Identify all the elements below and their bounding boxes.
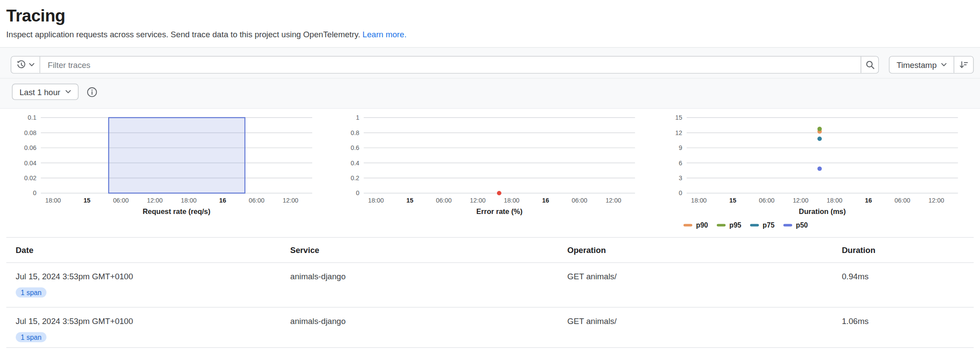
chart-title: Duration (ms)	[799, 207, 846, 215]
x-axis-tick-label: 06:00	[571, 197, 587, 204]
charts-row: 00.020.040.060.080.118:001506:0012:0018:…	[0, 113, 980, 237]
y-axis-tick-label: 3	[679, 174, 682, 182]
x-axis-tick-label: 16	[219, 197, 226, 204]
time-range-row: Last 1 hour	[0, 78, 980, 108]
x-axis-tick-label: 06:00	[113, 197, 129, 204]
charts-top-hairline	[0, 108, 980, 109]
x-axis-tick-label: 06:00	[436, 197, 452, 204]
page-subtitle: Inspect application requests across serv…	[6, 29, 980, 39]
trace-operation: GET animals/	[558, 263, 832, 307]
x-axis-tick-label: 06:00	[895, 197, 910, 204]
trace-service: animals-django	[281, 263, 558, 307]
trace-service: animals-django	[281, 308, 558, 347]
y-axis-tick-label: 1	[356, 114, 360, 121]
y-axis-tick-label: 15	[675, 114, 682, 121]
error-rate-chart-canvas[interactable]: 00.20.40.60.8118:001506:0012:0018:001606…	[340, 113, 635, 220]
data-point-p95	[818, 127, 822, 131]
legend-item-p50[interactable]: p50	[783, 221, 808, 229]
legend-swatch-p75	[750, 224, 759, 227]
page-header: Tracing Inspect application requests acr…	[0, 0, 980, 47]
y-axis-tick-label: 0.1	[28, 114, 36, 121]
trace-date: Jul 15, 2024 3:53pm GMT+0100	[16, 317, 133, 326]
data-point-p75	[818, 136, 822, 141]
x-axis-tick-label: 15	[729, 197, 736, 204]
y-axis-tick-label: 0	[679, 189, 682, 196]
x-axis-tick-label: 06:00	[249, 197, 264, 204]
chart-request-rate: 00.020.040.060.080.118:001506:0012:0018:…	[17, 113, 312, 237]
legend-label: p90	[696, 221, 708, 229]
chart-error-rate: 00.20.40.60.8118:001506:0012:0018:001606…	[340, 113, 635, 237]
duration-chart-legend: p90p95p75p50	[684, 221, 958, 229]
x-axis-tick-label: 18:00	[691, 197, 707, 204]
legend-label: p95	[730, 221, 741, 229]
y-axis-tick-label: 0.6	[351, 144, 360, 151]
toolbar-strip: Timestamp Last 1 hour	[0, 48, 980, 108]
sort-by-label: Timestamp	[896, 60, 937, 70]
trace-row[interactable]: Jul 15, 2024 3:53pm GMT+0100 1 span anim…	[6, 263, 973, 308]
chevron-down-icon	[65, 90, 71, 94]
traces-table: Date Service Operation Duration Jul 15, …	[6, 237, 973, 348]
trace-duration: 0.94ms	[832, 263, 974, 307]
legend-swatch-p95	[717, 224, 726, 227]
span-count-badge: 1 span	[16, 288, 46, 298]
trace-date-cell: Jul 15, 2024 3:53pm GMT+0100 1 span	[6, 308, 281, 347]
y-axis-tick-label: 0.04	[24, 160, 36, 167]
data-point-error-rate	[497, 191, 501, 195]
table-header-row: Date Service Operation Duration	[6, 238, 973, 263]
trace-date: Jul 15, 2024 3:53pm GMT+0100	[16, 272, 133, 281]
duration-chart-canvas[interactable]: 0369121518:001506:0012:0018:001606:0012:…	[663, 113, 958, 220]
x-axis-tick-label: 18:00	[504, 197, 519, 204]
filter-traces-input[interactable]	[40, 57, 861, 73]
tracing-page: Tracing Inspect application requests acr…	[0, 0, 980, 349]
y-axis-tick-label: 0	[356, 189, 360, 196]
time-range-info-button[interactable]	[87, 86, 97, 97]
chart-title: Error rate (%)	[476, 207, 522, 215]
sort-direction-button[interactable]	[954, 57, 973, 73]
legend-item-p90[interactable]: p90	[684, 221, 708, 229]
time-range-label: Last 1 hour	[19, 87, 60, 97]
chevron-down-icon	[29, 63, 35, 67]
y-axis-tick-label: 0.08	[24, 129, 36, 136]
x-axis-tick-label: 12:00	[606, 197, 621, 204]
x-axis-tick-label: 18:00	[368, 197, 384, 204]
column-header-operation: Operation	[558, 245, 832, 255]
time-selection-brush[interactable]	[109, 118, 245, 193]
x-axis-tick-label: 12:00	[928, 197, 944, 204]
request-rate-chart-canvas[interactable]: 00.020.040.060.080.118:001506:0012:0018:…	[17, 113, 312, 220]
legend-label: p50	[796, 221, 808, 229]
page-title: Tracing	[6, 4, 980, 27]
legend-item-p95[interactable]: p95	[717, 221, 741, 229]
chevron-down-icon	[941, 63, 947, 67]
legend-item-p75[interactable]: p75	[750, 221, 775, 229]
legend-swatch-p90	[684, 224, 692, 227]
chart-title: Request rate (req/s)	[143, 207, 211, 215]
chart-duration: 0369121518:001506:0012:0018:001606:0012:…	[663, 113, 958, 237]
search-button[interactable]	[861, 57, 878, 73]
trace-duration: 1.06ms	[832, 308, 974, 347]
column-header-duration: Duration	[832, 245, 974, 255]
x-axis-tick-label: 12:00	[147, 197, 163, 204]
query-history-button[interactable]	[11, 57, 40, 73]
x-axis-tick-label: 12:00	[470, 197, 486, 204]
time-range-button[interactable]: Last 1 hour	[12, 84, 78, 100]
legend-label: p75	[763, 221, 775, 229]
x-axis-tick-label: 18:00	[45, 197, 61, 204]
y-axis-tick-label: 0.06	[24, 144, 36, 151]
data-point-p50	[818, 167, 822, 171]
learn-more-link[interactable]: Learn more.	[363, 29, 407, 39]
trace-row[interactable]: Jul 15, 2024 3:53pm GMT+0100 1 span anim…	[6, 308, 973, 348]
x-axis-tick-label: 12:00	[282, 197, 298, 204]
column-header-service: Service	[281, 245, 558, 255]
info-icon	[87, 86, 97, 97]
legend-swatch-p50	[783, 224, 792, 227]
sort-by-button[interactable]: Timestamp	[890, 57, 954, 73]
sort-descending-icon	[959, 60, 969, 70]
y-axis-tick-label: 0.2	[351, 174, 360, 182]
y-axis-tick-label: 0.4	[351, 160, 360, 167]
x-axis-tick-label: 15	[406, 197, 413, 204]
x-axis-tick-label: 12:00	[793, 197, 808, 204]
sort-controls: Timestamp	[889, 56, 973, 74]
search-icon	[865, 60, 875, 70]
trace-operation: GET animals/	[558, 308, 832, 347]
column-header-date: Date	[6, 245, 281, 255]
